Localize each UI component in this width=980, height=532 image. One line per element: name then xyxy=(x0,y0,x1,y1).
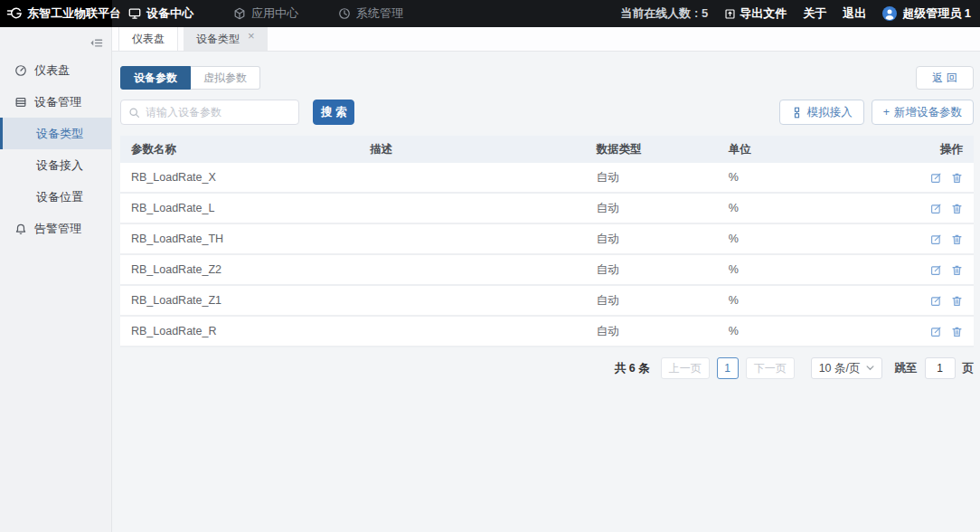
nav-app-center[interactable]: 应用中心 xyxy=(233,5,298,22)
tab-dashboard[interactable]: 仪表盘 xyxy=(118,27,178,51)
simulate-access-button[interactable]: 模拟接入 xyxy=(779,100,864,125)
sidebar-item-label: 设备位置 xyxy=(36,189,83,205)
clock-icon xyxy=(338,7,351,20)
param-type: 自动 xyxy=(585,201,717,216)
param-type: 自动 xyxy=(585,232,717,247)
user-menu[interactable]: 超级管理员 1 xyxy=(882,5,971,22)
param-type: 自动 xyxy=(585,293,717,309)
param-unit: % xyxy=(718,325,854,337)
top-navigation: 设备中心 应用中心 系统管理 xyxy=(128,5,403,22)
search-icon xyxy=(128,107,140,119)
table-row: RB_LoadRate_X 自动 % xyxy=(120,163,974,194)
table-row: RB_LoadRate_R 自动 % xyxy=(120,317,974,347)
total-count: 共 6 条 xyxy=(615,361,650,376)
about-button[interactable]: 关于 xyxy=(803,5,826,22)
next-page-button[interactable]: 下一页 xyxy=(746,357,795,379)
page-tabstrip: 仪表盘 设备类型 × xyxy=(112,27,980,52)
edit-icon[interactable] xyxy=(930,264,942,276)
delete-icon[interactable] xyxy=(951,233,963,245)
export-icon xyxy=(724,8,736,20)
sidebar-item-label: 仪表盘 xyxy=(34,62,70,79)
top-header: 东智工业物联平台 设备中心 应用中心 系统管 xyxy=(0,0,980,27)
plus-icon: + xyxy=(883,106,890,119)
param-unit: % xyxy=(718,202,854,214)
nav-label: 应用中心 xyxy=(251,5,298,22)
nav-label: 设备中心 xyxy=(146,5,193,22)
params-table: 参数名称 描述 数据类型 单位 操作 RB_LoadRate_X 自动 % RB… xyxy=(120,136,974,347)
delete-icon[interactable] xyxy=(951,172,963,184)
simulate-label: 模拟接入 xyxy=(807,105,853,120)
column-header: 操作 xyxy=(854,142,974,157)
page-1-button[interactable]: 1 xyxy=(717,357,739,379)
chevron-down-icon xyxy=(866,366,874,371)
header-right: 当前在线人数 : 5 导出文件 关于 退出 超级管理员 1 xyxy=(620,5,980,22)
edit-icon[interactable] xyxy=(930,203,942,214)
param-unit: % xyxy=(718,263,854,276)
edit-icon[interactable] xyxy=(930,326,942,337)
sidebar-item-device-location[interactable]: 设备位置 xyxy=(0,181,111,213)
tab-device-type[interactable]: 设备类型 × xyxy=(184,27,268,51)
export-file-button[interactable]: 导出文件 xyxy=(724,5,787,22)
sidebar-collapse-button[interactable] xyxy=(0,32,111,53)
logout-button[interactable]: 退出 xyxy=(843,5,866,22)
delete-icon[interactable] xyxy=(951,326,963,337)
pagination: 共 6 条 上一页 1 下一页 10 条/页 跳至 页 xyxy=(120,357,974,379)
param-name: RB_LoadRate_L xyxy=(120,202,359,214)
param-type-switch: 设备参数 虚拟参数 xyxy=(120,66,260,90)
back-button[interactable]: 返 回 xyxy=(916,66,974,90)
param-toolbar: 设备参数 虚拟参数 返 回 xyxy=(120,66,974,90)
table-header: 参数名称 描述 数据类型 单位 操作 xyxy=(120,136,974,163)
nav-device-center[interactable]: 设备中心 xyxy=(128,5,193,22)
param-name: RB_LoadRate_R xyxy=(120,325,359,337)
list-icon xyxy=(14,96,27,109)
delete-icon[interactable] xyxy=(951,203,963,214)
sidebar-item-alarm-management[interactable]: 告警管理 xyxy=(0,213,111,244)
sidebar-item-label: 设备类型 xyxy=(36,126,83,142)
main-content: 设备参数 虚拟参数 返 回 搜 索 xyxy=(112,52,980,532)
edit-icon[interactable] xyxy=(930,233,942,245)
brand-logo-icon xyxy=(6,5,23,22)
user-name: 超级管理员 1 xyxy=(902,5,971,22)
sidebar-item-label: 告警管理 xyxy=(34,221,81,237)
gauge-icon xyxy=(14,64,27,77)
edit-icon[interactable] xyxy=(930,172,942,184)
page-suffix-label: 页 xyxy=(963,361,975,376)
delete-icon[interactable] xyxy=(951,295,963,307)
add-device-param-button[interactable]: + 新增设备参数 xyxy=(872,100,974,125)
tab-device-params[interactable]: 设备参数 xyxy=(120,66,191,90)
sidebar-item-label: 设备管理 xyxy=(34,94,81,110)
search-input[interactable] xyxy=(146,106,291,119)
table-row: RB_LoadRate_Z1 自动 % xyxy=(120,286,974,317)
sidebar-item-device-type[interactable]: 设备类型 xyxy=(0,118,111,149)
column-header: 单位 xyxy=(718,142,854,157)
column-header: 描述 xyxy=(359,142,585,157)
brand-logo[interactable]: 东智工业物联平台 xyxy=(0,0,112,27)
column-header: 数据类型 xyxy=(585,142,717,157)
param-unit: % xyxy=(718,171,854,184)
edit-icon[interactable] xyxy=(930,295,942,307)
jump-to-label: 跳至 xyxy=(895,361,918,376)
tab-virtual-params[interactable]: 虚拟参数 xyxy=(191,66,260,90)
nav-label: 系统管理 xyxy=(356,5,403,22)
search-button[interactable]: 搜 索 xyxy=(313,100,354,125)
sidebar-item-dashboard[interactable]: 仪表盘 xyxy=(0,54,111,86)
close-icon[interactable]: × xyxy=(248,30,255,42)
page-size-select[interactable]: 10 条/页 xyxy=(811,357,882,379)
simulate-icon xyxy=(791,107,803,119)
delete-icon[interactable] xyxy=(951,264,963,276)
prev-page-button[interactable]: 上一页 xyxy=(661,357,710,379)
param-unit: % xyxy=(718,233,854,245)
nav-system-admin[interactable]: 系统管理 xyxy=(338,5,403,22)
search-field xyxy=(120,100,299,125)
sidebar-menu: 仪表盘 设备管理 设备类型 设备接入 设备位置 告警管理 xyxy=(0,54,111,244)
box-icon xyxy=(233,7,246,20)
param-name: RB_LoadRate_TH xyxy=(120,233,359,245)
bell-icon xyxy=(14,223,27,235)
sidebar-item-device-access[interactable]: 设备接入 xyxy=(0,149,111,181)
sidebar-item-label: 设备接入 xyxy=(36,157,83,174)
table-row: RB_LoadRate_L 自动 % xyxy=(120,194,974,224)
jump-page-input[interactable] xyxy=(925,357,956,379)
table-row: RB_LoadRate_TH 自动 % xyxy=(120,224,974,255)
param-name: RB_LoadRate_Z1 xyxy=(120,294,359,307)
sidebar-item-device-management[interactable]: 设备管理 xyxy=(0,86,111,118)
